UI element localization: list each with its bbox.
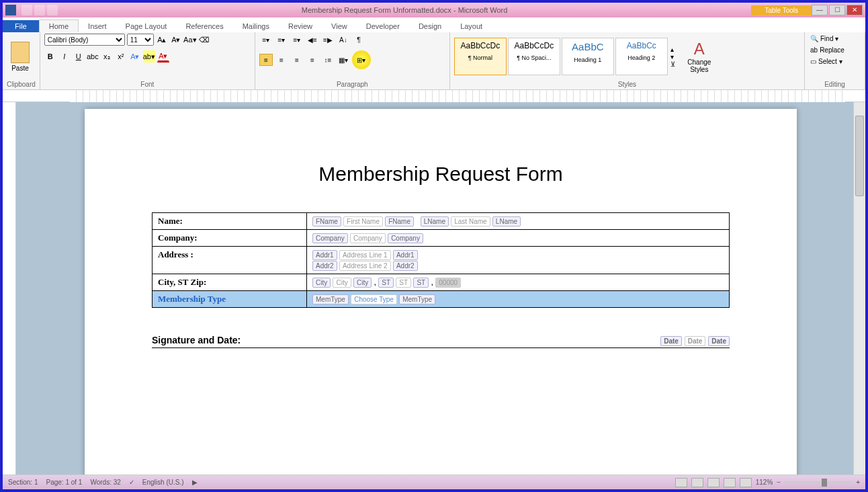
status-section[interactable]: Section: 1 xyxy=(8,479,38,486)
status-words[interactable]: Words: 32 xyxy=(90,479,120,486)
content-control-placeholder[interactable]: Address Line 1 xyxy=(339,250,391,260)
tab-developer[interactable]: Developer xyxy=(357,20,409,32)
content-control-tag[interactable]: LName xyxy=(421,216,449,227)
zoom-out-button[interactable]: − xyxy=(777,479,781,486)
font-name-select[interactable]: Calibri (Body) xyxy=(44,34,125,46)
content-control-tag[interactable]: Date xyxy=(708,336,730,346)
horizontal-ruler[interactable] xyxy=(3,90,865,102)
save-icon[interactable] xyxy=(21,5,32,15)
content-control-placeholder[interactable]: Company xyxy=(350,233,386,243)
shrink-font-button[interactable]: A▾ xyxy=(170,34,182,46)
content-control-tag[interactable]: City xyxy=(353,278,372,288)
font-size-select[interactable]: 11 xyxy=(127,34,154,46)
style-normal[interactable]: AaBbCcDc¶ Normal xyxy=(454,38,507,75)
content-control-placeholder[interactable]: Last Name xyxy=(451,216,490,227)
text-effects-button[interactable]: A▾ xyxy=(129,50,141,63)
fullscreen-view-button[interactable] xyxy=(691,478,703,487)
content-control-tag[interactable]: MemType xyxy=(399,294,435,304)
web-layout-view-button[interactable] xyxy=(707,478,720,487)
justify-button[interactable]: ≡ xyxy=(306,54,319,66)
tab-page-layout[interactable]: Page Layout xyxy=(116,20,177,32)
status-proofing-icon[interactable]: ✓ xyxy=(129,479,134,486)
styles-more-button[interactable]: ⊻ xyxy=(670,60,680,68)
content-control-tag[interactable]: Addr2 xyxy=(393,261,418,271)
content-control-tag[interactable]: FName xyxy=(385,216,414,227)
status-page[interactable]: Page: 1 of 1 xyxy=(46,479,82,486)
vertical-scrollbar[interactable] xyxy=(853,102,865,475)
file-tab[interactable]: File xyxy=(3,20,39,32)
zoom-slider[interactable] xyxy=(785,481,852,484)
tab-design[interactable]: Design xyxy=(409,20,451,32)
style-no-spacing[interactable]: AaBbCcDc¶ No Spaci... xyxy=(508,38,560,75)
tab-references[interactable]: References xyxy=(176,20,232,32)
align-right-button[interactable]: ≡ xyxy=(290,54,304,66)
superscript-button[interactable]: x² xyxy=(115,50,127,63)
bullets-button[interactable]: ≡▾ xyxy=(259,34,273,46)
tab-layout[interactable]: Layout xyxy=(451,20,492,32)
content-control-placeholder[interactable]: Address Line 2 xyxy=(339,261,391,271)
styles-down-button[interactable]: ▾ xyxy=(670,53,680,60)
page[interactable]: Membership Request Form Name: FName Firs… xyxy=(85,109,797,475)
replace-button[interactable]: abReplace xyxy=(809,45,846,55)
change-case-button[interactable]: Aa▾ xyxy=(184,34,196,46)
bold-button[interactable]: B xyxy=(44,50,56,63)
close-button[interactable]: ✕ xyxy=(847,5,863,15)
underline-button[interactable]: U xyxy=(73,50,85,63)
change-styles-button[interactable]: A Change Styles xyxy=(683,40,716,73)
borders-button[interactable]: ⊞▾ xyxy=(352,50,371,69)
styles-up-button[interactable]: ▴ xyxy=(670,46,680,53)
content-control-tag[interactable]: Addr2 xyxy=(312,261,337,271)
style-heading2[interactable]: AaBbCcHeading 2 xyxy=(615,38,668,75)
shading-button[interactable]: ▦▾ xyxy=(337,54,350,66)
show-marks-button[interactable]: ¶ xyxy=(352,34,365,46)
strike-button[interactable]: abc xyxy=(87,50,99,63)
redo-icon[interactable] xyxy=(47,5,58,15)
content-control-tag[interactable]: Date xyxy=(660,336,682,346)
tab-review[interactable]: Review xyxy=(279,20,322,32)
align-center-button[interactable]: ≡ xyxy=(275,54,288,66)
paste-button[interactable]: Paste xyxy=(7,42,34,72)
multilevel-button[interactable]: ≡▾ xyxy=(290,34,304,46)
content-control-tag[interactable]: Company xyxy=(388,233,423,243)
font-color-button[interactable]: A▾ xyxy=(157,50,169,63)
content-control-tag[interactable]: ST xyxy=(378,278,394,288)
content-control-tag[interactable]: Addr1 xyxy=(312,250,337,260)
line-spacing-button[interactable]: ↕≡ xyxy=(321,54,335,66)
increase-indent-button[interactable]: ≡▶ xyxy=(321,34,335,46)
status-language[interactable]: English (U.S.) xyxy=(142,479,184,486)
tab-view[interactable]: View xyxy=(322,20,357,32)
content-control-placeholder[interactable]: First Name xyxy=(343,216,383,227)
undo-icon[interactable] xyxy=(34,5,45,15)
zoom-in-button[interactable]: + xyxy=(856,479,860,486)
select-button[interactable]: ▭Select▾ xyxy=(809,56,844,67)
italic-button[interactable]: I xyxy=(58,50,71,63)
outline-view-button[interactable] xyxy=(724,478,736,487)
tab-mailings[interactable]: Mailings xyxy=(233,20,279,32)
clear-format-button[interactable]: ⌫ xyxy=(198,34,210,46)
content-control-tag[interactable]: ST xyxy=(413,278,429,288)
tab-insert[interactable]: Insert xyxy=(79,20,116,32)
draft-view-button[interactable] xyxy=(740,478,752,487)
tab-home[interactable]: Home xyxy=(39,19,79,32)
maximize-button[interactable]: ☐ xyxy=(829,5,845,15)
print-layout-view-button[interactable] xyxy=(675,478,687,487)
grow-font-button[interactable]: A▴ xyxy=(156,34,168,46)
vertical-ruler[interactable] xyxy=(3,102,16,475)
highlight-button[interactable]: ab▾ xyxy=(143,50,155,63)
content-control-tag[interactable]: LName xyxy=(492,216,521,227)
style-heading1[interactable]: AaBbCHeading 1 xyxy=(562,38,614,75)
content-control-tag[interactable]: Company xyxy=(312,233,348,243)
numbering-button[interactable]: ≡▾ xyxy=(275,34,288,46)
decrease-indent-button[interactable]: ◀≡ xyxy=(306,34,319,46)
content-control-placeholder[interactable]: ST xyxy=(396,278,411,288)
content-control-placeholder[interactable]: Choose Type xyxy=(351,294,397,304)
align-left-button[interactable]: ≡ xyxy=(259,54,273,66)
subscript-button[interactable]: x₂ xyxy=(101,50,113,63)
status-macro-icon[interactable]: ▶ xyxy=(192,479,198,486)
find-button[interactable]: 🔍Find▾ xyxy=(809,34,840,44)
content-control-tag[interactable]: FName xyxy=(312,216,341,227)
content-control-tag[interactable]: City xyxy=(312,278,331,288)
content-control-placeholder[interactable]: Date xyxy=(685,336,706,346)
sort-button[interactable]: A↓ xyxy=(337,34,350,46)
content-control-tag[interactable]: MemType xyxy=(312,294,349,304)
